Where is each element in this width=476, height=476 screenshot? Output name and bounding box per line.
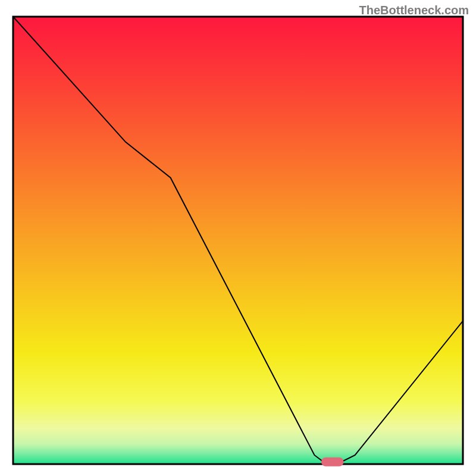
chart-svg bbox=[0, 0, 476, 476]
optimal-marker bbox=[321, 458, 344, 466]
watermark-text: TheBottleneck.com bbox=[359, 4, 469, 17]
chart-plot-area bbox=[13, 17, 463, 466]
gradient-background bbox=[13, 17, 463, 464]
